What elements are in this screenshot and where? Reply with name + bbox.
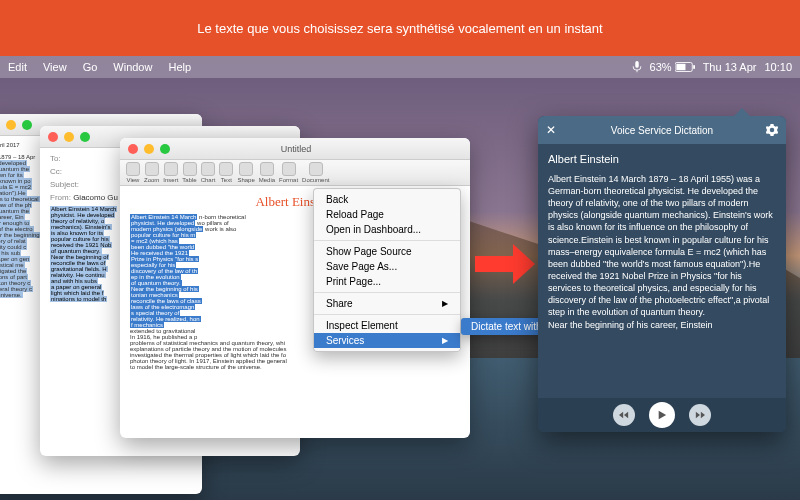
toolbar-media[interactable]: Media (259, 162, 275, 183)
titlebar[interactable]: Untitled (120, 138, 470, 160)
toolbar-insert[interactable]: Insert (163, 162, 178, 183)
battery-icon (675, 62, 695, 72)
forward-button[interactable] (689, 404, 711, 426)
toolbar-text[interactable]: Text (219, 162, 233, 183)
menu-share[interactable]: Share▶ (314, 296, 460, 311)
menu-view[interactable]: View (43, 61, 67, 73)
menu-reload[interactable]: Reload Page (314, 207, 460, 222)
menu-show-source[interactable]: Show Page Source (314, 244, 460, 259)
toolbar-document[interactable]: Document (302, 162, 329, 183)
toolbar-view[interactable]: View (126, 162, 140, 183)
window-title: Untitled (176, 144, 416, 154)
menu-dashboard[interactable]: Open in Dashboard... (314, 222, 460, 237)
rewind-button[interactable] (613, 404, 635, 426)
popover-header: ✕ Voice Service Dictation (538, 116, 786, 144)
toolbar-format[interactable]: Format (279, 162, 298, 183)
minimize-icon[interactable] (64, 132, 74, 142)
close-icon[interactable] (128, 144, 138, 154)
battery-status[interactable]: 63% (650, 61, 695, 73)
doc-line: to model the large-scale structure of th… (130, 364, 460, 370)
popover-title: Voice Service Dictation (611, 125, 713, 136)
svg-rect-2 (693, 65, 695, 69)
popover-heading: Albert Einstein (548, 152, 776, 167)
maximize-icon[interactable] (22, 120, 32, 130)
arrow-icon (475, 244, 535, 284)
toolbar: ViewZoomInsertTableChartTextShapeMediaFo… (120, 160, 470, 186)
voice-dictation-popover[interactable]: ✕ Voice Service Dictation Albert Einstei… (538, 116, 786, 432)
menu-services[interactable]: Services▶ (314, 333, 460, 348)
close-icon[interactable]: ✕ (546, 123, 556, 137)
toolbar-table[interactable]: Table (182, 162, 196, 183)
popover-text: Albert Einstein 14 March 1879 – 18 April… (548, 173, 776, 331)
microphone-icon[interactable] (632, 61, 642, 73)
separator (314, 240, 460, 241)
maximize-icon[interactable] (160, 144, 170, 154)
desktop: Edit View Go Window Help 63% Thu 13 Apr … (0, 56, 800, 500)
menubar-time[interactable]: 10:10 (764, 61, 792, 73)
menu-inspect[interactable]: Inspect Element (314, 318, 460, 333)
close-icon[interactable] (48, 132, 58, 142)
toolbar-shape[interactable]: Shape (237, 162, 254, 183)
play-button[interactable] (649, 402, 675, 428)
separator (314, 292, 460, 293)
playback-controls (538, 398, 786, 432)
menu-edit[interactable]: Edit (8, 61, 27, 73)
minimize-icon[interactable] (6, 120, 16, 130)
menu-print[interactable]: Print Page... (314, 274, 460, 289)
gear-icon[interactable] (766, 124, 778, 136)
svg-rect-1 (676, 64, 685, 70)
separator (314, 314, 460, 315)
promo-banner: Le texte que vous choisissez sera synthé… (0, 0, 800, 56)
menu-help[interactable]: Help (168, 61, 191, 73)
menu-go[interactable]: Go (83, 61, 98, 73)
context-menu[interactable]: Back Reload Page Open in Dashboard... Sh… (313, 188, 461, 352)
menubar: Edit View Go Window Help 63% Thu 13 Apr … (0, 56, 800, 78)
menu-back[interactable]: Back (314, 192, 460, 207)
chevron-right-icon: ▶ (442, 299, 448, 308)
popover-body: Albert Einstein Albert Einstein 14 March… (538, 144, 786, 398)
battery-percent: 63% (650, 61, 672, 73)
maximize-icon[interactable] (80, 132, 90, 142)
toolbar-chart[interactable]: Chart (201, 162, 216, 183)
menubar-date[interactable]: Thu 13 Apr (703, 61, 757, 73)
menu-save-as[interactable]: Save Page As... (314, 259, 460, 274)
minimize-icon[interactable] (144, 144, 154, 154)
toolbar-zoom[interactable]: Zoom (144, 162, 159, 183)
chevron-right-icon: ▶ (442, 336, 448, 345)
menu-window[interactable]: Window (113, 61, 152, 73)
